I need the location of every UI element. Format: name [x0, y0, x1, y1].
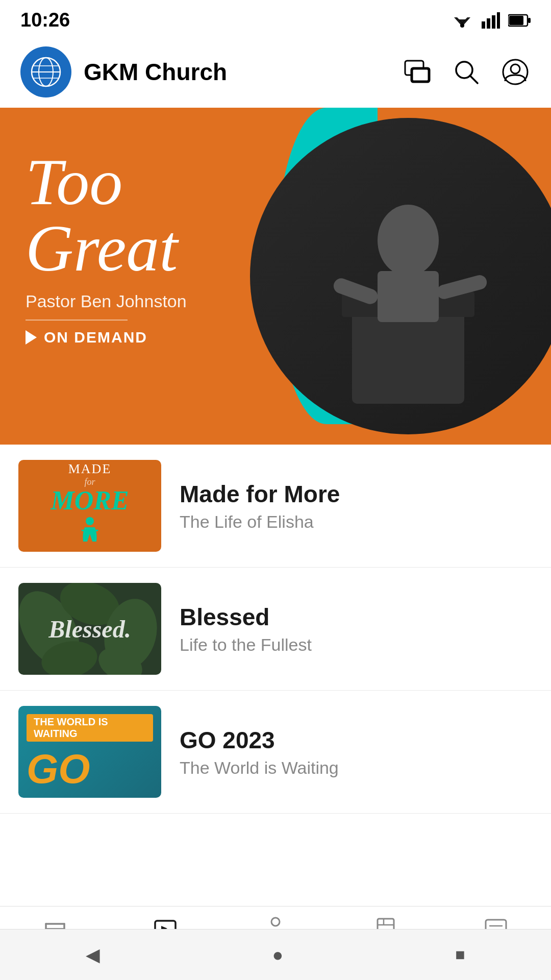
series-thumb-go-2023: THE WORLD IS WAITING GO [18, 706, 161, 798]
home-button[interactable]: ● [272, 944, 283, 966]
svg-rect-4 [482, 21, 485, 29]
series-info-go-2023: GO 2023 The World is Waiting [180, 726, 533, 778]
svg-rect-10 [528, 18, 531, 23]
svg-rect-24 [352, 312, 464, 404]
header-left: GKM Church [20, 46, 227, 97]
series-title-blessed: Blessed [180, 603, 533, 631]
header-actions [402, 57, 531, 87]
series-info-made-for-more: Made for More The Life of Elisha [180, 480, 533, 532]
series-title-go-2023: GO 2023 [180, 726, 533, 754]
series-info-blessed: Blessed Life to the Fullest [180, 603, 533, 655]
search-button[interactable] [451, 57, 482, 87]
made-for-more-thumb-text: MADE for MORE [51, 461, 129, 550]
app-header: GKM Church [0, 36, 551, 108]
status-bar: 10:26 [0, 0, 551, 36]
svg-point-3 [460, 23, 464, 28]
series-subtitle-made-for-more: The Life of Elisha [180, 512, 533, 532]
signal-icon [482, 12, 500, 29]
go-thumb-content: THE WORLD IS WAITING GO [18, 706, 161, 798]
hero-text: Too Great Pastor Ben Johnston ON DEMAND [26, 149, 187, 346]
series-thumb-made-for-more: MADE for MORE [18, 460, 161, 552]
svg-point-23 [511, 64, 520, 74]
recents-button[interactable]: ■ [455, 945, 465, 964]
go-letters: GO [27, 749, 90, 790]
svg-rect-6 [492, 15, 495, 29]
chat-icon [404, 59, 431, 85]
play-icon [26, 330, 37, 345]
svg-point-57 [271, 918, 280, 926]
search-icon [453, 59, 480, 85]
series-item-made-for-more[interactable]: MADE for MORE Made for More The Life of … [0, 445, 551, 568]
battery-icon [508, 14, 531, 27]
svg-rect-9 [509, 16, 523, 25]
series-item-blessed[interactable]: Blessed. Blessed Life to the Fullest [0, 568, 551, 691]
svg-rect-18 [412, 69, 429, 81]
wifi-icon [451, 12, 473, 29]
made-more-figure [77, 516, 103, 547]
blessed-thumb-text: Blessed. [48, 615, 131, 643]
series-list: MADE for MORE Made for More The Life of … [0, 445, 551, 814]
hero-author: Pastor Ben Johnston [26, 291, 187, 311]
series-subtitle-blessed: Life to the Fullest [180, 635, 533, 655]
series-title-made-for-more: Made for More [180, 480, 533, 508]
header-title: GKM Church [84, 58, 227, 86]
chat-button[interactable] [402, 57, 433, 87]
svg-rect-5 [487, 18, 490, 29]
profile-icon [502, 59, 529, 85]
svg-line-21 [470, 76, 478, 83]
globe-logo-icon [31, 57, 61, 87]
system-nav-bar: ◀ ● ■ [0, 929, 551, 980]
hero-on-demand: ON DEMAND [26, 329, 187, 346]
hero-divider [26, 320, 128, 321]
pastor-image [250, 118, 551, 434]
series-subtitle-go-2023: The World is Waiting [180, 758, 533, 778]
svg-rect-7 [497, 12, 500, 29]
series-item-go-2023[interactable]: THE WORLD IS WAITING GO [0, 691, 551, 814]
series-thumb-blessed: Blessed. [18, 583, 161, 675]
hero-banner[interactable]: Too Great Pastor Ben Johnston ON DEMAND [0, 108, 551, 445]
svg-point-22 [503, 60, 528, 84]
back-button[interactable]: ◀ [86, 944, 100, 966]
go-badge: THE WORLD IS WAITING [27, 714, 153, 742]
hero-title: Too Great [26, 149, 187, 281]
status-icons [451, 12, 531, 29]
pastor-silhouette [260, 138, 551, 434]
svg-point-26 [378, 205, 439, 276]
app-logo[interactable] [20, 46, 71, 97]
svg-point-30 [86, 517, 94, 525]
profile-button[interactable] [500, 57, 531, 87]
svg-rect-27 [378, 271, 439, 322]
status-time: 10:26 [20, 9, 70, 31]
